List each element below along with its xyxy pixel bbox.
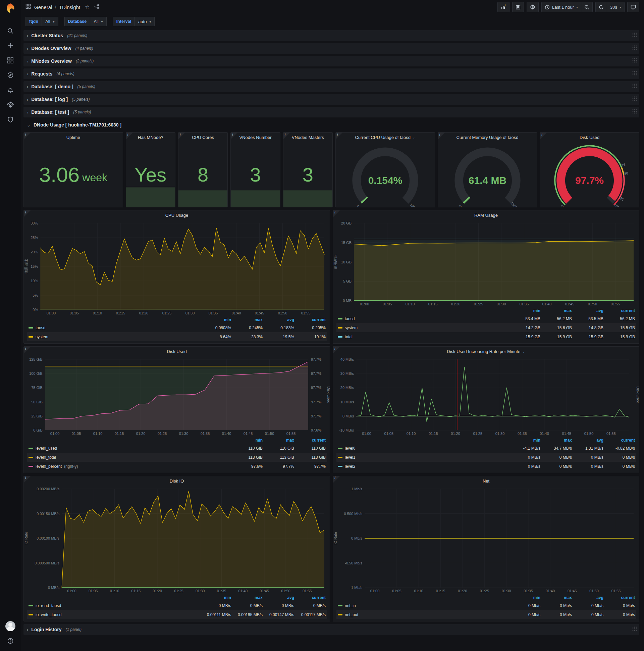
favorite-star-icon[interactable]: ☆ xyxy=(85,4,89,10)
panel-title[interactable]: CPU Usage xyxy=(24,210,330,220)
share-icon[interactable] xyxy=(94,4,99,10)
dashboard-settings-button[interactable] xyxy=(526,2,539,12)
legend-series[interactable]: level0_percent (right-y)97.6%97.7%97.7% xyxy=(27,462,327,471)
panel-title[interactable]: Net xyxy=(333,476,639,486)
configuration-gear-icon[interactable] xyxy=(4,97,17,112)
panel-info-icon[interactable]: i xyxy=(333,476,340,483)
help-icon[interactable] xyxy=(4,633,17,648)
panel-title[interactable]: VNodes Masters xyxy=(283,132,332,142)
svg-text:01:55: 01:55 xyxy=(611,589,621,593)
variable-database[interactable]: Database All▾ xyxy=(64,17,107,26)
panel-info-icon[interactable]: i xyxy=(336,132,343,139)
zoom-out-time-button[interactable] xyxy=(581,2,593,12)
breadcrumb-dashboard-title[interactable]: TDinsight xyxy=(59,4,80,10)
chart-disk-io-plot[interactable]: 0 MB/s0.000500 MB/s0.00100 MB/s0.00150 M… xyxy=(24,486,330,594)
legend-series[interactable]: level20 MB/s0 MB/s0 MB/s0 MB/s xyxy=(336,462,636,471)
gauge-memory-usage[interactable]: 01589861.4 MB xyxy=(438,142,537,207)
panel-title[interactable]: Current Memory Usage of taosd xyxy=(438,132,537,142)
row-drag-handle[interactable] xyxy=(632,32,637,39)
time-range-picker[interactable]: Last 1 hour ▾ xyxy=(541,2,581,12)
legend-series[interactable]: system8.64%28.3%19.5%19.1% xyxy=(27,332,327,341)
save-dashboard-button[interactable] xyxy=(512,2,524,12)
user-avatar[interactable] xyxy=(4,619,17,633)
panel-info-icon[interactable]: i xyxy=(24,210,31,217)
chart-disk-used-plot[interactable]: 0 GiB25 GiB50 GiB75 GiB100 GiB125 GiB01:… xyxy=(24,356,330,437)
legend-series[interactable]: io_read_taosd0 MB/s0 MB/s0 MB/s0 MB/s xyxy=(27,601,327,610)
row-requests[interactable]: ›Requests(4 panels) xyxy=(24,68,639,79)
svg-text:100: 100 xyxy=(409,203,416,207)
panel-title[interactable]: Current CPU Usage of taosd⌄ xyxy=(336,132,435,142)
gauge-disk-used[interactable]: 075809510097.7% xyxy=(540,142,639,207)
refresh-interval-picker[interactable]: 30s ▾ xyxy=(607,2,624,12)
panel-title[interactable]: Has MNode? xyxy=(126,132,175,142)
gauge-cpu-usage[interactable]: 01000.154% xyxy=(336,142,435,207)
panel-info-icon[interactable]: i xyxy=(540,132,547,139)
search-icon[interactable] xyxy=(4,24,17,38)
add-panel-button[interactable] xyxy=(497,2,510,12)
legend-series[interactable]: taosd53.4 MB56.2 MB53.5 MB56.2 MB xyxy=(336,314,636,323)
row-cluster-status[interactable]: ›Cluster Status(21 panels) xyxy=(24,30,639,41)
variable-fqdn[interactable]: fqdn All▾ xyxy=(26,17,58,26)
row-drag-handle[interactable] xyxy=(632,626,637,633)
legend-series[interactable]: net_in0 Mb/s0 Mb/s0 Mb/s0 Mb/s xyxy=(336,601,636,610)
panel-info-icon[interactable]: i xyxy=(333,347,340,353)
chart-disk-rate-plot[interactable]: -10 MB/s0 MB/s10 MB/s20 MB/s30 MB/s40 MB… xyxy=(333,356,639,437)
chart-ram-usage-plot[interactable]: 0 MB5 GB10 GB15 GB20 GB01:0001:0501:1001… xyxy=(333,220,639,307)
legend-series[interactable]: taosd0.0808%0.245%0.183%0.205% xyxy=(27,323,327,332)
panel-info-icon[interactable]: i xyxy=(283,132,290,139)
create-plus-icon[interactable] xyxy=(4,38,17,53)
chart-row-3: i Disk IO 0 MB/s0.000500 MB/s0.00100 MB/… xyxy=(24,476,639,621)
panel-title[interactable]: Uptime xyxy=(24,132,123,142)
row-login-history[interactable]: › Login History (1 panel) xyxy=(24,624,639,635)
variable-interval[interactable]: Interval auto▾ xyxy=(113,17,155,26)
row-drag-handle[interactable] xyxy=(632,96,637,103)
row-dnodes-overview[interactable]: ›DNodes Overview(4 panels) xyxy=(24,43,639,54)
panel-info-icon[interactable]: i xyxy=(24,347,31,353)
server-admin-shield-icon[interactable] xyxy=(4,112,17,127)
breadcrumb-folder[interactable]: General xyxy=(34,4,52,10)
row-database-test[interactable]: ›Database: [ test ](5 panels) xyxy=(24,107,639,118)
legend-series[interactable]: net_out0 Mb/s0 Mb/s0 Mb/s0 Mb/s xyxy=(336,610,636,619)
alerting-bell-icon[interactable] xyxy=(4,83,17,97)
dashboards-icon[interactable] xyxy=(4,53,17,68)
legend-series[interactable]: level10 MB/s0 MB/s0 MB/s0 MB/s xyxy=(336,453,636,462)
legend-series[interactable]: system14.2 GB15.6 GB14.8 GB15.5 GB xyxy=(336,323,636,332)
panel-title[interactable]: VNodes Number xyxy=(231,132,280,142)
panel-title[interactable]: CPU Cores xyxy=(179,132,227,142)
row-drag-handle[interactable] xyxy=(632,70,637,77)
panel-title[interactable]: Disk Used xyxy=(540,132,639,142)
row-drag-handle[interactable] xyxy=(632,58,637,64)
row-mnodes-overview[interactable]: ›MNodes Overview(2 panels) xyxy=(24,56,639,66)
refresh-button[interactable] xyxy=(595,2,607,12)
panel-info-icon[interactable]: i xyxy=(438,132,445,139)
chart-net-plot[interactable]: -1 Mb/s-0.50 Mb/s0 Mb/s0.500 Mb/s1 Mb/s0… xyxy=(333,486,639,594)
row-drag-handle[interactable] xyxy=(632,109,637,116)
svg-text:25 GiB: 25 GiB xyxy=(31,414,42,418)
row-database-log[interactable]: ›Database: [ log ](5 panels) xyxy=(24,94,639,105)
panel-title[interactable]: Disk Used xyxy=(24,347,330,356)
kiosk-tv-button[interactable] xyxy=(627,2,639,12)
panel-info-icon[interactable]: i xyxy=(179,132,185,139)
legend-series[interactable]: level0-4.1 MB/s34.7 MB/s1.31 MB/s-0.82 M… xyxy=(336,444,636,453)
panel-info-icon[interactable]: i xyxy=(24,132,31,139)
panel-title[interactable]: RAM Usage xyxy=(333,210,639,220)
chart-row-1: i CPU Usage 0%5%10%15%20%25%30%01:0001:0… xyxy=(24,210,639,344)
panel-title[interactable]: Disk IO xyxy=(24,476,330,486)
panel-info-icon[interactable]: i xyxy=(126,132,133,139)
row-drag-handle[interactable] xyxy=(632,83,637,90)
chart-cpu-usage-plot[interactable]: 0%5%10%15%20%25%30%01:0001:0501:1001:150… xyxy=(24,220,330,316)
grafana-logo-icon[interactable] xyxy=(5,3,16,14)
row-dnode-usage-expanded[interactable]: ⌄ DNode Usage [ huolinhe-TM1701:6030 ] xyxy=(24,120,639,130)
legend-series[interactable]: level0_used110 GiB110 GiB110 GiB xyxy=(27,444,327,453)
row-drag-handle[interactable] xyxy=(632,45,637,52)
legend-series[interactable]: level0_total113 GiB113 GiB113 GiB xyxy=(27,453,327,462)
legend-net: minmaxavgcurrentnet_in0 Mb/s0 Mb/s0 Mb/s… xyxy=(333,594,639,621)
row-database-demo[interactable]: ›Database: [ demo ](5 panels) xyxy=(24,81,639,92)
panel-info-icon[interactable]: i xyxy=(333,210,340,217)
explore-compass-icon[interactable] xyxy=(4,68,17,83)
panel-info-icon[interactable]: i xyxy=(24,476,31,483)
panel-info-icon[interactable]: i xyxy=(231,132,237,139)
panel-title[interactable]: Disk Used Increasing Rate per Minute⌄ xyxy=(333,347,639,356)
legend-series[interactable]: io_write_taosd0.00111 MB/s0.00195 MB/s0.… xyxy=(27,610,327,619)
legend-series[interactable]: total15.9 GB15.9 GB15.9 GB15.9 GB xyxy=(336,332,636,341)
